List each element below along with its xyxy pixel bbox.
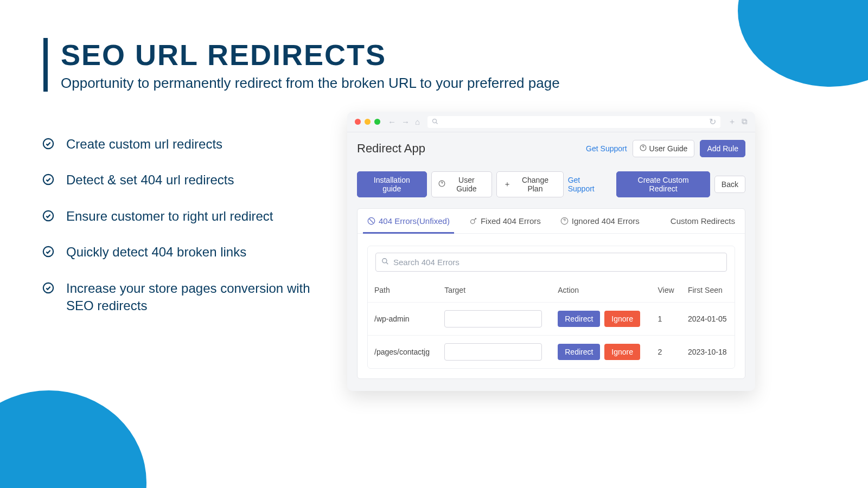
col-first-seen: First Seen [681,278,735,303]
svg-point-5 [433,119,437,123]
tab-ignored-404[interactable]: Ignored 404 Errors [551,209,649,233]
url-bar[interactable]: ↻ [427,116,720,128]
search-input[interactable]: Search 404 Errors [375,253,727,272]
table-row: /wp-admin Redirect Ignore 1 2024-01-05 [368,303,735,336]
bullet-text: Quickly detect 404 broken links [66,243,246,261]
add-rule-button[interactable]: Add Rule [700,140,745,157]
user-guide-label: User Guide [649,144,688,153]
col-action: Action [551,278,651,303]
feature-bullets: Create custom url redirects Detect & set… [42,136,324,333]
get-support-link[interactable]: Get Support [586,144,627,153]
check-circle-icon [42,210,54,222]
check-circle-icon [42,282,54,294]
redirect-button[interactable]: Redirect [558,311,600,327]
app-title: Redirect App [357,142,425,156]
search-placeholder: Search 404 Errors [393,258,459,267]
feature-bullet: Ensure customer to right url redirect [42,208,324,225]
redirect-button[interactable]: Redirect [558,344,600,360]
feature-bullet: Quickly detect 404 broken links [42,243,324,261]
user-guide-button-2[interactable]: User Guide [431,171,493,197]
back-arrow-icon[interactable]: ← [388,117,396,126]
app-window: ← → ⌂ ↻ ＋ ⧉ Redirect App Get Support [347,112,755,391]
cell-view: 1 [652,303,681,336]
tab-label: Fixed 404 Errors [481,216,541,226]
get-support-link-2[interactable]: Get Support [568,176,608,193]
duplicate-icon[interactable]: ⧉ [742,117,748,127]
refresh-icon[interactable]: ↻ [709,117,716,127]
help-icon [640,144,647,153]
unfixed-icon [367,217,375,225]
bullet-text: Ensure customer to right url redirect [66,208,273,225]
bullet-text: Create custom url redirects [66,136,222,153]
ignore-button[interactable]: Ignore [604,311,640,327]
page-title: SEO URL REDIRECTS [61,38,560,72]
decoration-bottom-left [0,390,146,488]
col-target: Target [438,278,551,303]
tab-404-errors-unfixed[interactable]: 404 Errors(Unfixed) [358,209,459,233]
cell-path: /pages/contactjg [368,336,438,369]
maximize-dot-icon[interactable] [374,119,380,125]
plus-icon: ＋ [503,179,511,189]
cell-path: /wp-admin [368,303,438,336]
tabs: 404 Errors(Unfixed) Fixed 404 Errors Ign… [358,209,745,234]
errors-table: Path Target Action View First Seen /wp-a… [368,278,735,368]
create-custom-redirect-button[interactable]: Create Custom Redirect [616,171,710,197]
cell-view: 2 [652,336,681,369]
table-row: /pages/contactjg Redirect Ignore 2 2023-… [368,336,735,369]
change-plan-button[interactable]: ＋ Change Plan [496,171,564,197]
minimize-dot-icon[interactable] [365,119,371,125]
user-guide-button[interactable]: User Guide [633,140,695,157]
back-button[interactable]: Back [714,176,745,193]
home-icon[interactable]: ⌂ [415,117,420,126]
close-dot-icon[interactable] [355,119,361,125]
hero: SEO URL REDIRECTS Opportunity to permane… [43,38,560,92]
window-controls [355,119,380,125]
ignored-icon [560,217,569,225]
svg-point-11 [382,259,387,263]
bullet-text: Increase your store pages conversion wit… [66,280,324,315]
cell-first-seen: 2023-10-18 [681,336,735,369]
tab-label: Custom Redirects [671,216,735,226]
feature-bullet: Increase your store pages conversion wit… [42,280,324,315]
search-icon [381,258,389,267]
installation-guide-button[interactable]: Installation guide [357,171,427,197]
help-icon [438,180,445,189]
bullet-text: Detect & set 404 url redirects [66,171,234,189]
decoration-top-right [738,0,868,87]
tab-label: 404 Errors(Unfixed) [379,216,450,226]
target-input[interactable] [444,343,542,361]
change-plan-label: Change Plan [514,176,557,193]
check-circle-icon [42,138,54,150]
user-guide-label: User Guide [448,176,486,193]
feature-bullet: Create custom url redirects [42,136,324,153]
browser-chrome: ← → ⌂ ↻ ＋ ⧉ [347,112,755,132]
tab-custom-redirects[interactable]: Custom Redirects [661,209,745,233]
check-circle-icon [42,246,54,258]
tab-label: Ignored 404 Errors [572,216,640,226]
tab-fixed-404[interactable]: Fixed 404 Errors [459,209,551,233]
check-circle-icon [42,174,54,185]
page-subtitle: Opportunity to permanently redirect from… [61,75,560,92]
col-path: Path [368,278,438,303]
cell-first-seen: 2024-01-05 [681,303,735,336]
ignore-button[interactable]: Ignore [604,344,640,360]
target-input[interactable] [444,310,542,328]
feature-bullet: Detect & set 404 url redirects [42,171,324,189]
col-view: View [652,278,681,303]
plus-icon[interactable]: ＋ [728,117,736,127]
search-icon [432,117,438,127]
fixed-icon [469,217,477,225]
forward-arrow-icon[interactable]: → [401,117,410,126]
